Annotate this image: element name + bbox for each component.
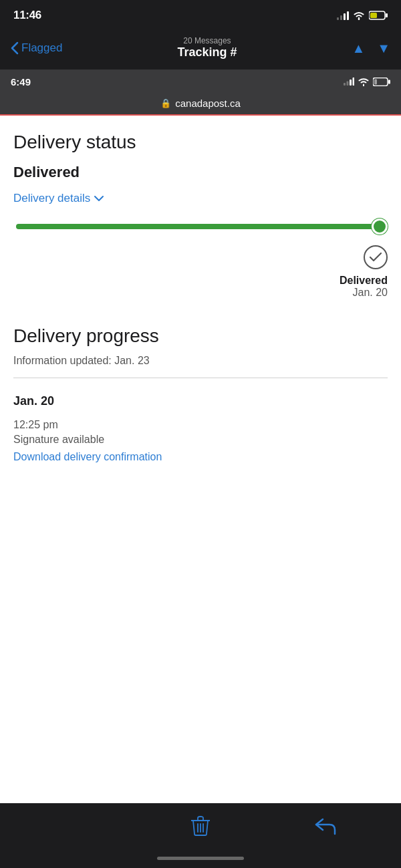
second-signal-icon bbox=[344, 78, 354, 86]
trash-button[interactable] bbox=[174, 815, 227, 837]
home-bar bbox=[157, 857, 244, 860]
download-confirmation-link[interactable]: Download delivery confirmation bbox=[13, 451, 162, 462]
nav-subtitle: 20 Messages bbox=[62, 36, 352, 45]
second-status-time: 6:49 bbox=[11, 76, 31, 88]
event-time: 12:25 pm bbox=[13, 419, 388, 431]
back-button[interactable]: Flagged bbox=[11, 41, 62, 55]
back-label: Flagged bbox=[21, 41, 62, 55]
nav-up-arrow[interactable]: ▲ bbox=[352, 41, 365, 55]
delivery-status-heading: Delivery status bbox=[13, 132, 388, 153]
main-content: Delivery status Delivered Delivery detai… bbox=[0, 116, 401, 803]
svg-rect-12 bbox=[388, 80, 390, 84]
bottom-toolbar bbox=[0, 803, 401, 851]
svg-rect-6 bbox=[370, 13, 377, 18]
svg-rect-1 bbox=[340, 15, 342, 20]
progress-dot bbox=[372, 219, 388, 235]
checkmark-circle bbox=[364, 245, 388, 269]
lock-icon: 🔒 bbox=[160, 98, 171, 108]
nav-title: Tracking # bbox=[62, 45, 352, 60]
status-time: 11:46 bbox=[13, 9, 41, 22]
wifi-icon bbox=[353, 11, 365, 20]
second-battery-icon bbox=[373, 78, 390, 86]
svg-rect-2 bbox=[344, 13, 346, 20]
svg-rect-10 bbox=[353, 78, 355, 86]
nav-center: 20 Messages Tracking # bbox=[62, 36, 352, 60]
second-wifi-icon bbox=[358, 78, 369, 86]
signal-icon bbox=[337, 11, 349, 20]
reply-icon bbox=[315, 817, 336, 835]
progress-track bbox=[16, 224, 385, 229]
svg-rect-0 bbox=[337, 17, 339, 20]
delivery-progress-heading: Delivery progress bbox=[13, 325, 388, 347]
check-icon bbox=[369, 252, 382, 263]
svg-rect-9 bbox=[350, 80, 352, 86]
nav-down-arrow[interactable]: ▼ bbox=[377, 41, 390, 55]
nav-arrows: ▲ ▼ bbox=[352, 41, 390, 55]
divider bbox=[13, 378, 388, 378]
event-date-heading: Jan. 20 bbox=[13, 394, 388, 408]
back-chevron-icon bbox=[11, 41, 19, 55]
battery-icon bbox=[369, 11, 388, 20]
trash-icon bbox=[191, 815, 210, 837]
checkmark-date: Jan. 20 bbox=[353, 287, 388, 299]
delivery-details-text: Delivery details bbox=[13, 192, 90, 205]
delivered-label: Delivered bbox=[13, 164, 388, 181]
progress-fill bbox=[16, 224, 377, 229]
delivery-details-link[interactable]: Delivery details bbox=[13, 192, 388, 205]
event-desc: Signature available bbox=[13, 434, 388, 446]
info-updated: Information updated: Jan. 23 bbox=[13, 355, 388, 367]
home-indicator bbox=[0, 851, 401, 868]
second-status-bar: 6:49 bbox=[0, 69, 401, 94]
svg-rect-7 bbox=[344, 83, 346, 86]
status-bar: 11:46 bbox=[0, 0, 401, 29]
chevron-down-icon bbox=[94, 195, 104, 202]
svg-rect-13 bbox=[374, 79, 377, 84]
checkmark-delivered-label: Delivered bbox=[340, 275, 388, 287]
browser-url: canadapost.ca bbox=[175, 98, 241, 109]
checkmark-area: Delivered Jan. 20 bbox=[13, 245, 388, 299]
progress-bar-container bbox=[13, 224, 388, 229]
second-status-icons bbox=[344, 78, 390, 86]
browser-bar: 🔒 canadapost.ca bbox=[0, 94, 401, 116]
reply-button[interactable] bbox=[299, 817, 352, 835]
status-icons bbox=[337, 11, 388, 20]
nav-bar: Flagged 20 Messages Tracking # ▲ ▼ bbox=[0, 29, 401, 69]
svg-rect-3 bbox=[347, 11, 349, 20]
svg-rect-8 bbox=[347, 82, 349, 86]
svg-rect-5 bbox=[386, 13, 388, 17]
